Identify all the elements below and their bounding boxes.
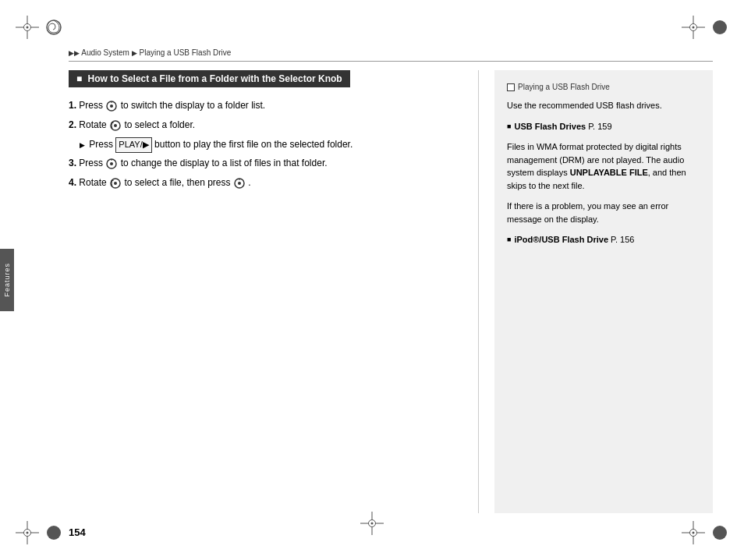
step-3: 3. Press to change the display to a list… [69, 156, 462, 171]
section-heading: ■ How to Select a File from a Folder wit… [69, 70, 350, 87]
step-4-end: . [248, 177, 250, 188]
step-3-continuation: to change the display to a list of files… [121, 158, 328, 168]
circle-bl [45, 524, 62, 541]
step-2: 2. Rotate to select a folder. [69, 118, 462, 133]
svg-point-15 [114, 182, 117, 185]
svg-point-18 [238, 182, 241, 185]
right-para-1: Use the recommended USB flash drives. [507, 99, 700, 112]
corner-decoration-tr [682, 16, 728, 39]
ref2-arrow-icon: ■ [507, 235, 511, 246]
step-4-number: 4. [69, 177, 76, 188]
sub-step-press: Press [89, 139, 115, 150]
right-section-label-text: Playing a USB Flash Drive [518, 81, 610, 93]
right-para-3: If there is a problem, you may see an er… [507, 200, 700, 225]
corner-decoration-br [682, 521, 728, 544]
breadcrumb-item1: Audio System [81, 48, 129, 57]
right-para-2: Files in WMA format protected by digital… [507, 140, 700, 192]
knob-icon-3 [233, 177, 248, 188]
right-column: Playing a USB Flash Drive Use the recomm… [494, 70, 713, 513]
knob-icon-1 [105, 100, 120, 111]
column-divider [478, 70, 479, 513]
corner-decoration-tl [16, 16, 62, 39]
svg-point-2 [47, 526, 61, 540]
sidebar-tab: Features [0, 249, 14, 311]
crosshair-br [682, 521, 705, 544]
left-column: ■ How to Select a File from a Folder wit… [69, 70, 478, 513]
top-rule [69, 61, 713, 62]
step-4: 4. Rotate to select a file, then press [69, 175, 462, 190]
step-2-continuation: to select a folder. [124, 119, 195, 130]
svg-point-6 [110, 105, 113, 108]
rotate-knob-icon-1 [109, 119, 124, 130]
step-4-middle: to select a file, then press [124, 177, 232, 188]
crosshair-bl [16, 521, 39, 544]
step-4-text-rotate: Rotate [79, 177, 109, 188]
ref-link-1: ■ USB Flash Drives P. 159 [507, 120, 700, 133]
breadcrumb-arrow1: ▶▶ [69, 49, 80, 57]
unplayable-file-bold: UNPLAYABLE FILE [570, 168, 648, 177]
crosshair-tl [16, 16, 39, 39]
step-1-number: 1. [69, 100, 76, 111]
right-para-3-text: If there is a problem, you may see an er… [507, 201, 668, 224]
right-para-1-text: Use the recommended USB flash drives. [507, 101, 662, 110]
ref1-suffix: P. 159 [586, 122, 611, 131]
ref-link-2: ■ iPod®/USB Flash Drive P. 156 [507, 233, 700, 246]
corner-decoration-bl [16, 521, 62, 544]
ref1-text: USB Flash Drives P. 159 [514, 120, 611, 133]
svg-point-9 [114, 124, 117, 127]
spiral-tl [45, 19, 62, 36]
bottom-center-crosshair [360, 512, 384, 535]
check-square-icon [507, 83, 515, 91]
section-heading-icon: ■ [76, 73, 82, 84]
page: ▶▶ Audio System ▶ Playing a USB Flash Dr… [0, 0, 744, 560]
step-3-text-press: Press [79, 158, 105, 168]
svg-point-3 [713, 526, 727, 540]
step-2-number: 2. [69, 119, 76, 130]
page-number: 154 [69, 526, 86, 538]
breadcrumb: ▶▶ Audio System ▶ Playing a USB Flash Dr… [69, 48, 231, 57]
crosshair-tr [682, 16, 705, 39]
knob-icon-2 [105, 158, 120, 168]
ref2-suffix: P. 156 [608, 235, 634, 244]
sidebar-tab-label: Features [3, 263, 11, 297]
step-3-number: 3. [69, 158, 76, 168]
ref1-arrow-icon: ■ [507, 122, 511, 133]
breadcrumb-item2: Playing a USB Flash Drive [140, 48, 232, 57]
svg-point-0 [47, 20, 61, 34]
circle-tr [711, 19, 728, 36]
breadcrumb-arrow2: ▶ [132, 49, 137, 57]
sub-step-continuation: button to play the first file on the sel… [154, 139, 353, 150]
step-1-continuation: to switch the display to a folder list. [121, 100, 265, 111]
step-2-text-rotate: Rotate [79, 119, 109, 130]
ref2-bold: iPod®/USB Flash Drive [514, 235, 608, 244]
main-content: ■ How to Select a File from a Folder wit… [69, 70, 713, 513]
svg-point-1 [713, 20, 727, 34]
step-1-text-press: Press [79, 100, 105, 111]
ref2-text: iPod®/USB Flash Drive P. 156 [514, 233, 634, 246]
steps-list: 1. Press to switch the display to a fold… [69, 98, 462, 190]
rotate-knob-icon-2 [109, 177, 124, 188]
svg-point-12 [110, 162, 113, 165]
step-1: 1. Press to switch the display to a fold… [69, 98, 462, 113]
ref1-bold: USB Flash Drives [514, 122, 586, 131]
circle-br [711, 524, 728, 541]
sub-step-arrow: ▶ [80, 141, 85, 149]
play-button-inline: PLAY/▶ [115, 137, 151, 153]
section-heading-text: How to Select a File from a Folder with … [88, 73, 342, 84]
sub-step-2: ▶ Press PLAY/▶ button to play the first … [80, 137, 462, 153]
right-section-label: Playing a USB Flash Drive [507, 81, 700, 93]
